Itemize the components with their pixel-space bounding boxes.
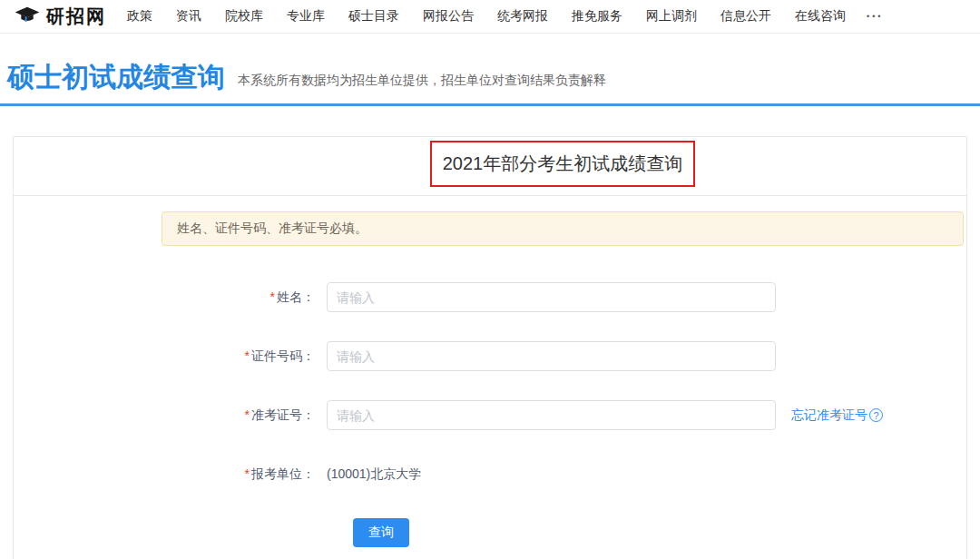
button-row: 查询 — [14, 518, 966, 547]
card-title: 2021年部分考生初试成绩查询 — [443, 153, 683, 173]
required-mark: * — [270, 289, 275, 304]
nav-item-unified-exam-registration[interactable]: 统考网报 — [485, 8, 560, 25]
query-button[interactable]: 查询 — [353, 518, 409, 547]
target-institution-value: (10001)北京大学 — [327, 466, 421, 483]
nav-item-news[interactable]: 资讯 — [164, 8, 213, 25]
form-row-target-institution: *报考单位： (10001)北京大学 — [14, 459, 966, 489]
score-query-card: 2021年部分考生初试成绩查询 姓名、证件号码、准考证号必填。 *姓名： *证件… — [13, 136, 967, 559]
id-number-input[interactable] — [327, 341, 776, 371]
nav-item-master-catalog[interactable]: 硕士目录 — [337, 8, 411, 25]
nav-more-icon[interactable]: ••• — [858, 12, 892, 21]
form-row-admission-ticket: *准考证号： 忘记准考证号 ? — [14, 400, 966, 430]
nav-item-exemption-service[interactable]: 推免服务 — [560, 8, 634, 25]
admission-ticket-input[interactable] — [327, 400, 776, 430]
name-input[interactable] — [327, 282, 776, 312]
page-header: 硕士初试成绩查询 本系统所有数据均为招生单位提供，招生单位对查询结果负责解释 — [0, 34, 980, 103]
nav-item-online-announcement[interactable]: 网报公告 — [411, 8, 485, 25]
site-logo[interactable]: 研招网 — [14, 4, 106, 29]
nav-item-school-library[interactable]: 院校库 — [213, 8, 275, 25]
nav-item-policy[interactable]: 政策 — [115, 8, 164, 25]
name-label: *姓名： — [14, 289, 327, 306]
forgot-ticket-link[interactable]: 忘记准考证号 ? — [791, 407, 883, 424]
required-fields-notice: 姓名、证件号码、准考证号必填。 — [162, 211, 964, 246]
card-header: 2021年部分考生初试成绩查询 — [14, 137, 966, 196]
form-row-id-number: *证件号码： — [14, 341, 966, 371]
graduation-cap-icon — [14, 4, 41, 29]
page-subtitle: 本系统所有数据均为招生单位提供，招生单位对查询结果负责解释 — [238, 73, 606, 93]
id-number-label: *证件号码： — [14, 348, 327, 365]
red-annotation-box: 2021年部分考生初试成绩查询 — [430, 141, 696, 187]
nav-item-info-disclosure[interactable]: 信息公开 — [709, 8, 783, 25]
top-navbar: 研招网 政策 资讯 院校库 专业库 硕士目录 网报公告 统考网报 推免服务 网上… — [0, 0, 980, 34]
nav-menu: 政策 资讯 院校库 专业库 硕士目录 网报公告 统考网报 推免服务 网上调剂 信… — [115, 8, 858, 25]
blue-divider — [0, 103, 980, 106]
nav-item-online-consult[interactable]: 在线咨询 — [783, 8, 858, 25]
required-mark: * — [245, 466, 250, 481]
form-row-name: *姓名： — [14, 282, 966, 312]
page-title: 硕士初试成绩查询 — [7, 62, 225, 93]
site-logo-text: 研招网 — [46, 5, 106, 29]
admission-ticket-label: *准考证号： — [14, 407, 327, 424]
nav-item-major-library[interactable]: 专业库 — [275, 8, 337, 25]
required-mark: * — [245, 348, 250, 363]
query-form: *姓名： *证件号码： *准考证号： 忘记准考证号 ? *报考单位： (1000… — [14, 282, 966, 547]
target-institution-label: *报考单位： — [14, 466, 327, 483]
nav-item-online-adjustment[interactable]: 网上调剂 — [634, 8, 709, 25]
help-question-icon[interactable]: ? — [869, 408, 883, 422]
required-mark: * — [245, 407, 250, 422]
